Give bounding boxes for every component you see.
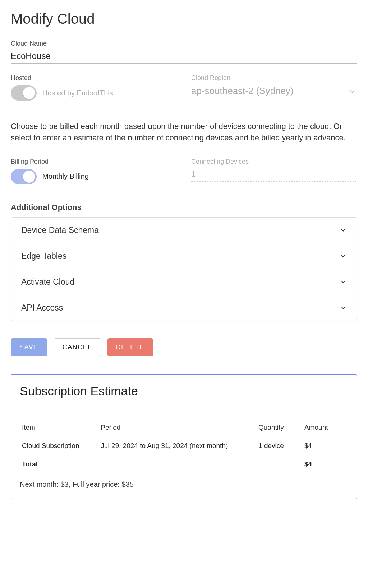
region-value: ap-southeast-2 (Sydney) <box>191 85 294 96</box>
table-row: Cloud Subscription Jul 29, 2024 to Aug 3… <box>20 437 348 455</box>
region-label: Cloud Region <box>191 74 357 82</box>
accordion-activate-cloud[interactable]: Activate Cloud <box>11 269 357 295</box>
additional-options-title: Additional Options <box>11 203 357 212</box>
hosted-toggle[interactable] <box>11 85 37 101</box>
accordion-title: Activate Cloud <box>21 277 74 287</box>
estimate-note: Next month: $3, Full year price: $35 <box>11 473 357 489</box>
estimate-table: Item Period Quantity Amount Cloud Subscr… <box>20 419 348 473</box>
table-total-row: Total $4 <box>20 455 348 473</box>
accordion-title: Device Data Schema <box>21 225 99 235</box>
chevron-down-icon <box>340 304 347 311</box>
region-select[interactable]: ap-southeast-2 (Sydney) <box>191 84 357 99</box>
chevron-down-icon <box>340 252 347 260</box>
additional-options-accordion: Device Data Schema Edge Tables Activate … <box>11 217 357 321</box>
chevron-down-icon <box>340 227 347 234</box>
cloud-name-input[interactable] <box>11 50 357 64</box>
cloud-name-label: Cloud Name <box>11 40 357 47</box>
hosted-text: Hosted by EmbedThis <box>42 89 113 97</box>
billing-period-text: Monthly Billing <box>42 172 89 181</box>
col-period: Period <box>98 419 256 437</box>
cancel-button[interactable]: CANCEL <box>54 338 101 356</box>
save-button[interactable]: SAVE <box>11 338 47 356</box>
accordion-api-access[interactable]: API Access <box>11 295 357 321</box>
billing-period-toggle[interactable] <box>11 169 37 184</box>
cell-total-label: Total <box>20 455 98 473</box>
cell-total-amount: $4 <box>302 455 348 473</box>
cell-period: Jul 29, 2024 to Aug 31, 2024 (next month… <box>98 437 256 455</box>
hosted-label: Hosted <box>11 74 177 82</box>
col-item: Item <box>20 419 98 437</box>
cell-amount: $4 <box>302 437 348 455</box>
billing-description: Choose to be billed each month based upo… <box>11 121 357 144</box>
subscription-estimate-card: Subscription Estimate Item Period Quanti… <box>11 374 357 499</box>
devices-label: Connecting Devices <box>191 158 357 165</box>
col-quantity: Quantity <box>256 419 302 437</box>
accordion-edge-tables[interactable]: Edge Tables <box>11 243 357 269</box>
page-title: Modify Cloud <box>11 11 357 27</box>
chevron-down-icon <box>340 278 347 285</box>
chevron-down-icon <box>349 88 356 95</box>
delete-button[interactable]: DELETE <box>107 338 153 356</box>
estimate-title: Subscription Estimate <box>11 375 357 409</box>
accordion-title: API Access <box>21 303 63 313</box>
cell-item: Cloud Subscription <box>20 437 98 455</box>
billing-period-label: Billing Period <box>11 158 177 165</box>
accordion-title: Edge Tables <box>21 251 66 261</box>
col-amount: Amount <box>302 419 348 437</box>
cell-quantity: 1 device <box>256 437 302 455</box>
accordion-device-data-schema[interactable]: Device Data Schema <box>11 218 357 243</box>
devices-input[interactable] <box>191 168 357 182</box>
